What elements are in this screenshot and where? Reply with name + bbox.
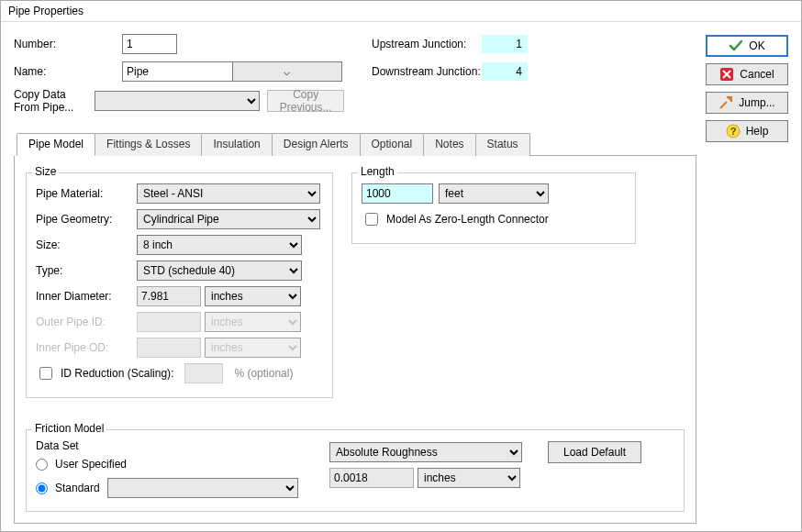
downstream-label: Downstream Junction: [372,65,482,78]
user-specified-radio-row[interactable]: User Specified [36,454,311,474]
tab-fittings-losses[interactable]: Fittings & Losses [95,133,202,156]
help-button[interactable]: ? Help [706,120,788,142]
window-titlebar: Pipe Properties [1,1,801,22]
material-select[interactable]: Steel - ANSI [137,183,320,204]
data-set-label: Data Set [36,439,311,452]
jump-icon [718,95,733,110]
roughness-unit-select[interactable]: inches [418,468,520,488]
id-reduction-check[interactable] [39,367,52,380]
id-reduction-input [184,363,223,383]
number-label: Number: [14,38,122,50]
geometry-label: Pipe Geometry: [36,213,137,226]
name-value: Pipe [123,65,232,78]
length-group: Length feet Model As Zero-Length Connect… [351,172,636,244]
inner-diam-input [137,286,201,306]
tab-insulation[interactable]: Insulation [201,133,272,156]
material-label: Pipe Material: [36,187,137,200]
zero-length-check[interactable] [365,213,378,226]
tab-notes[interactable]: Notes [423,133,475,156]
length-input[interactable] [362,183,433,204]
roughness-type-select[interactable]: Absolute Roughness [329,442,522,462]
size-group: Size Pipe Material: Steel - ANSI Pipe Ge… [26,172,333,398]
outer-id-unit-select: inches [205,312,301,332]
cancel-icon [719,67,734,82]
type-select[interactable]: STD (schedule 40) [137,260,302,281]
number-input[interactable] [122,34,177,54]
tab-design-alerts[interactable]: Design Alerts [272,133,361,156]
inner-diam-label: Inner Diameter: [36,290,137,303]
id-reduction-label: ID Reduction (Scaling): [61,367,173,380]
outer-id-input [137,312,201,332]
roughness-input [329,468,414,488]
standard-select[interactable] [107,478,298,498]
standard-radio[interactable] [36,482,48,494]
name-label: Name: [14,65,122,78]
tab-panel-pipe-model: Size Pipe Material: Steel - ANSI Pipe Ge… [14,156,696,524]
help-icon: ? [726,124,741,139]
size-select[interactable]: 8 inch [137,235,302,255]
chevron-down-icon: ⌵ [232,62,342,81]
tab-optional[interactable]: Optional [360,133,425,156]
tab-pipe-model[interactable]: Pipe Model [17,133,95,156]
outer-id-label: Outer Pipe ID: [36,316,137,328]
standard-radio-row[interactable]: Standard [36,478,311,498]
tab-status[interactable]: Status [475,133,530,156]
friction-legend: Friction Model [32,422,106,435]
upstream-label: Upstream Junction: [372,38,482,50]
id-reduction-unit: % (optional) [234,367,293,380]
standard-label: Standard [55,482,100,494]
length-unit-select[interactable]: feet [439,183,549,204]
inner-od-input [137,338,201,358]
user-specified-radio[interactable] [36,459,48,471]
copy-from-select[interactable] [95,91,260,111]
size-label: Size: [36,238,137,251]
size-legend: Size [32,165,59,178]
type-label: Type: [36,264,137,277]
ok-button[interactable]: OK [706,35,788,57]
name-combo[interactable]: Pipe ⌵ [122,61,342,82]
load-default-button[interactable]: Load Default [548,441,641,463]
window-title: Pipe Properties [8,5,84,17]
check-icon [729,39,743,53]
copy-previous-button: Copy Previous... [267,90,344,112]
length-legend: Length [358,165,397,178]
downstream-value: 4 [482,62,528,81]
user-specified-label: User Specified [55,458,127,471]
inner-diam-unit-select[interactable]: inches [205,286,301,306]
upstream-value: 1 [482,35,528,53]
zero-length-label: Model As Zero-Length Connector [386,213,549,226]
svg-text:?: ? [730,126,736,137]
inner-od-label: Inner Pipe OD: [36,341,137,354]
tab-strip: Pipe Model Fittings & Losses Insulation … [17,132,696,156]
friction-group: Friction Model Data Set User Specified [26,429,685,512]
cancel-button[interactable]: Cancel [706,63,788,85]
inner-od-unit-select: inches [205,338,301,358]
geometry-select[interactable]: Cylindrical Pipe [137,209,320,229]
copy-label: Copy Data From Pipe... [14,88,95,114]
jump-button[interactable]: Jump... [706,92,788,114]
